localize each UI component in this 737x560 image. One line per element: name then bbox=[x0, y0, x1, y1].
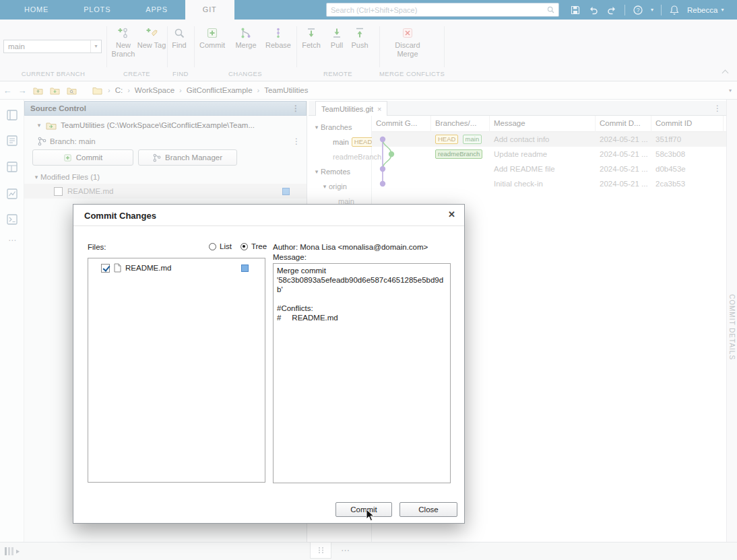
undo-icon[interactable] bbox=[588, 5, 599, 15]
breadcrumb-workspace[interactable]: WorkSpace bbox=[135, 86, 174, 94]
breadcrumb-gitconflictexample[interactable]: GitConflictExample bbox=[187, 86, 253, 94]
commit-icon bbox=[63, 153, 72, 162]
commit-row[interactable]: Initial check-in 2024-05-21 ... 2ca3b53 bbox=[372, 176, 726, 191]
git-panel-menu-icon[interactable]: ⋮ bbox=[713, 104, 722, 113]
find-button[interactable]: Find bbox=[166, 27, 193, 50]
files-panel-icon[interactable] bbox=[6, 109, 18, 121]
search-icon bbox=[546, 5, 555, 14]
panel-commit-button[interactable]: Commit bbox=[32, 149, 133, 166]
browse-folder-icon[interactable] bbox=[67, 85, 77, 95]
tree-item-branches[interactable]: ▾ Branches bbox=[313, 121, 376, 133]
commit-row[interactable]: HEAD main Add contact info 2024-05-21 ..… bbox=[372, 132, 726, 147]
modified-files-label: Modified Files (1) bbox=[40, 173, 100, 181]
new-tag-button[interactable]: New Tag bbox=[137, 27, 166, 50]
branch-row[interactable]: Branch: main ⋮ bbox=[24, 135, 307, 148]
dialog-file-checkbox[interactable] bbox=[101, 264, 110, 273]
discard-merge-button[interactable]: Discard Merge bbox=[387, 27, 428, 58]
dialog-commit-button[interactable]: Commit bbox=[335, 502, 392, 517]
dialog-file-row[interactable]: README.md bbox=[88, 262, 265, 274]
tab-close-icon[interactable]: × bbox=[377, 105, 381, 113]
files-label: Files: bbox=[88, 243, 106, 251]
tree-expand-icon[interactable]: ▾ bbox=[313, 124, 321, 131]
dialog-close-icon[interactable]: ✕ bbox=[448, 209, 455, 219]
commit-message: Add contact info bbox=[490, 135, 596, 143]
panel-layout-icon[interactable] bbox=[4, 547, 22, 557]
commit-message-input[interactable]: Merge commit '58c3b0893a5efeadb90d6e587c… bbox=[273, 263, 451, 483]
crumb-separator-icon: › bbox=[257, 86, 260, 94]
modified-files-group[interactable]: ▾ Modified Files (1) bbox=[24, 170, 307, 184]
plots-panel-icon[interactable] bbox=[6, 188, 18, 200]
column-message[interactable]: Message bbox=[490, 116, 596, 132]
tree-expand-icon[interactable]: ▾ bbox=[35, 122, 43, 129]
search-input[interactable] bbox=[327, 6, 546, 14]
breadcrumb-teamutilities[interactable]: TeamUtilities bbox=[264, 86, 308, 94]
save-icon[interactable] bbox=[570, 5, 581, 15]
tree-expand-icon[interactable]: ▾ bbox=[32, 174, 40, 180]
tab-git[interactable]: GIT bbox=[185, 0, 234, 20]
tree-expand-icon[interactable]: ▾ bbox=[321, 183, 329, 190]
commit-row[interactable]: readmeBranch Update readme 2024-05-21 ..… bbox=[372, 147, 726, 162]
tree-expand-icon[interactable]: ▾ bbox=[313, 168, 321, 175]
column-commit-graph[interactable]: Commit G... bbox=[372, 116, 431, 132]
modified-file-row[interactable]: README.md bbox=[24, 184, 307, 199]
crumb-separator-icon: › bbox=[108, 86, 110, 94]
repo-tree-item[interactable]: ▾ TeamUtilities (C:\WorkSpace\GitConflic… bbox=[24, 118, 307, 132]
redo-icon[interactable] bbox=[606, 5, 617, 15]
tab-home[interactable]: HOME bbox=[7, 0, 66, 20]
git-document-tab[interactable]: TeamUtilities.git × bbox=[315, 101, 387, 116]
commit-id: 351ff70 bbox=[651, 135, 724, 143]
breadcrumb-drive[interactable]: C: bbox=[115, 86, 123, 94]
notifications-bell-icon[interactable] bbox=[669, 5, 680, 15]
commit-date: 2024-05-21 ... bbox=[596, 150, 651, 158]
branch-menu-icon[interactable]: ⋮ bbox=[292, 137, 301, 146]
command-window-panel-icon[interactable] bbox=[6, 213, 18, 225]
new-folder-icon[interactable] bbox=[50, 85, 60, 95]
tab-plots[interactable]: PLOTS bbox=[66, 0, 128, 20]
back-icon[interactable]: ← bbox=[0, 85, 15, 96]
commit-details-collapsed-panel: COMMIT DETAILS bbox=[726, 100, 737, 542]
column-commit-date[interactable]: Commit D... bbox=[596, 116, 651, 132]
help-icon[interactable]: ? bbox=[633, 5, 643, 15]
editor-panel-icon[interactable] bbox=[6, 135, 18, 147]
forward-icon[interactable]: → bbox=[15, 85, 30, 96]
merge-button[interactable]: Merge bbox=[230, 27, 262, 50]
section-label-changes: CHANGES bbox=[194, 70, 296, 77]
commit-button[interactable]: Commit bbox=[196, 27, 228, 50]
file-checkbox[interactable] bbox=[54, 187, 63, 196]
statusbar-more-icon[interactable]: ⋯ bbox=[341, 545, 350, 555]
list-radio[interactable] bbox=[209, 243, 216, 250]
tab-apps[interactable]: APPS bbox=[128, 0, 185, 20]
list-radio-label: List bbox=[220, 242, 232, 250]
new-branch-button[interactable]: New Branch bbox=[107, 27, 139, 58]
column-commit-id[interactable]: Commit ID bbox=[651, 116, 724, 132]
source-control-menu-icon[interactable]: ⋮ bbox=[291, 104, 300, 113]
section-label-current-branch: CURRENT BRANCH bbox=[0, 70, 106, 77]
git-ribbon: main ▾ CURRENT BRANCH New Branch New Tag… bbox=[0, 20, 737, 81]
fetch-icon bbox=[305, 27, 317, 39]
help-caret-icon[interactable]: ▾ bbox=[651, 7, 653, 13]
variables-panel-icon[interactable] bbox=[6, 161, 18, 173]
ribbon-divider bbox=[194, 26, 195, 67]
rebase-button[interactable]: Rebase bbox=[262, 27, 294, 50]
current-branch-select[interactable]: main ▾ bbox=[3, 40, 102, 53]
address-dropdown-caret-icon[interactable]: ▾ bbox=[729, 88, 732, 94]
source-control-title: Source Control bbox=[30, 104, 86, 112]
tree-radio[interactable] bbox=[241, 243, 248, 250]
collapse-ribbon-icon[interactable] bbox=[722, 70, 729, 77]
file-icon bbox=[114, 263, 121, 273]
branch-manager-button[interactable]: Branch Manager bbox=[138, 149, 237, 166]
commit-details-tab[interactable]: COMMIT DETAILS bbox=[728, 294, 736, 360]
crumb-separator-icon: › bbox=[127, 86, 130, 94]
user-menu[interactable]: Rebecca ▾ bbox=[687, 6, 724, 14]
commit-row[interactable]: Add README file 2024-05-21 ... d0b453e bbox=[372, 162, 726, 176]
push-button[interactable]: Push bbox=[346, 27, 373, 50]
tree-item-remotes[interactable]: ▾ Remotes bbox=[313, 166, 376, 178]
commit-message: Initial check-in bbox=[490, 180, 596, 188]
fetch-button[interactable]: Fetch bbox=[296, 27, 326, 50]
up-one-level-icon[interactable] bbox=[33, 85, 43, 95]
dialog-close-button[interactable]: Close bbox=[399, 502, 457, 517]
more-panels-icon[interactable]: ⋯ bbox=[0, 236, 24, 245]
column-branches-tags[interactable]: Branches/... bbox=[431, 116, 490, 132]
minimized-panel-grip[interactable] bbox=[310, 542, 331, 559]
commit-date: 2024-05-21 ... bbox=[596, 180, 651, 188]
